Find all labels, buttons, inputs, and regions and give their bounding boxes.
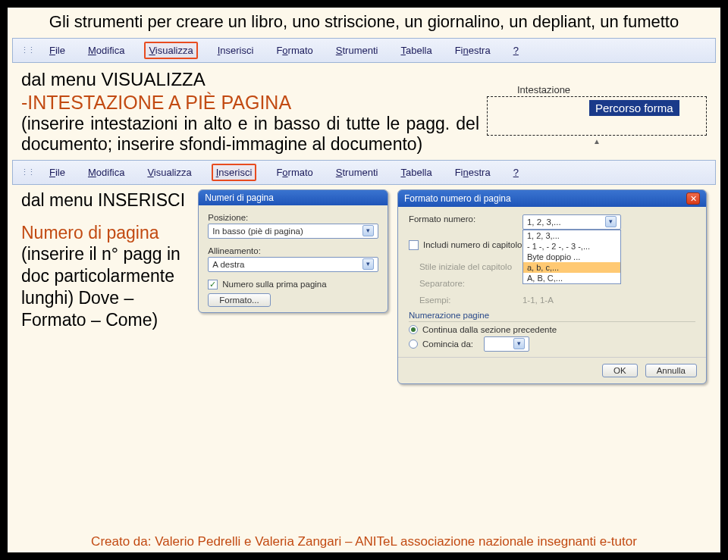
header-fragment: Intestazione Percorso forma ▲ [487,69,707,145]
dialog1-title: Numeri di pagina [205,192,274,203]
pos-combo[interactable]: In basso (piè di pagina) ▾ [208,224,378,239]
menu-finestra[interactable]: Finestra [452,165,494,180]
radio-continue[interactable]: Continua dalla sezione precedente [409,325,695,334]
list-item[interactable]: 1, 2, 3,... [523,230,620,241]
close-icon[interactable]: ✕ [686,192,700,205]
format-button[interactable]: Formato... [208,293,270,307]
footer-credit: Creato da: Valerio Pedrelli e Valeria Za… [8,534,720,549]
menu-modifica[interactable]: Modifica [85,165,127,180]
format-combo[interactable]: 1, 2, 3,... ▾ [522,214,621,230]
menu-file[interactable]: File [46,165,68,180]
pos-value: In basso (piè di pagina) [212,227,303,236]
radio-icon [409,339,418,349]
menu-help[interactable]: ? [510,43,522,58]
section-visualizza: dal menu VISUALIZZA -INTESTAZIONE A PIÈ … [8,66,720,157]
first-page-checkbox[interactable]: ✓ Numero sulla prima pagina [208,280,378,289]
ok-button[interactable]: OK [602,364,638,377]
menubar-2: ⋮⋮ File Modifica Visualizza Inserisci Fo… [12,160,716,185]
chevron-down-icon[interactable]: ▾ [362,258,374,270]
radio2-label: Comincia da: [422,339,473,349]
checkbox-icon [409,240,419,250]
caption-header: dal menu INSERISCI [21,189,189,211]
dialog-page-number-format: Formato numero di pagina ✕ Formato numer… [397,189,707,384]
pos-label: Posizione: [208,213,378,222]
align-combo[interactable]: A destra ▾ [208,257,378,272]
menu-help[interactable]: ? [510,165,522,180]
menu-tabella[interactable]: Tabella [397,43,435,58]
list-item[interactable]: Byte doppio ... [523,252,620,262]
list-item[interactable]: A, B, C,... [523,273,620,283]
grip-icon: ⋮⋮ [20,45,34,55]
menu-formato[interactable]: Formato [273,165,315,180]
include-label: Includi numero di capitolo [423,240,522,249]
header-dashed-box: Percorso forma [487,96,707,136]
caption-sub1: Numero di pagina [21,222,189,244]
list-item[interactable]: - 1 -, - 2 -, - 3 -,... [523,241,620,252]
list-item[interactable]: a, b, c,... [523,262,620,273]
header-selected-text: Percorso forma [589,100,679,116]
menu-visualizza[interactable]: Visualizza [144,165,194,180]
dialog2-titlebar[interactable]: Formato numero di pagina ✕ [398,190,706,207]
menu-strumenti[interactable]: Strumenti [333,43,381,58]
style-label: Stile iniziale del capitolo [419,262,515,271]
page-title: Gli strumenti per creare un libro, uno s… [8,8,720,35]
align-value: A destra [212,260,244,269]
examples-value: 1-1, 1-A [522,296,695,305]
menubar-1: ⋮⋮ File Modifica Visualizza Inserisci Fo… [12,38,716,63]
menu-inserisci[interactable]: Inserisci [212,164,257,181]
radio1-label: Continua dalla sezione precedente [422,325,557,334]
caption-body: (inserire intestazioni in alto e in bass… [21,114,479,155]
menu-visualizza[interactable]: Visualizza [144,42,197,59]
dialog-page-numbers: Numeri di pagina Posizione: In basso (pi… [198,189,388,313]
start-spinner: ▾ [484,336,529,352]
examples-label: Esempi: [419,296,515,305]
cancel-button[interactable]: Annulla [645,364,697,377]
menu-modifica[interactable]: Modifica [85,43,127,58]
menu-formato[interactable]: Formato [273,43,315,58]
grip-icon: ⋮⋮ [20,167,34,177]
caption-line1: dal menu VISUALIZZA [21,69,479,91]
separator-label: Separatore: [419,279,515,288]
checkbox-icon: ✓ [208,280,218,289]
menu-file[interactable]: File [46,43,68,58]
caption-sub2: (inserire il n° pagg in doc particolarme… [21,243,189,330]
section-inserisci: dal menu INSERISCI Numero di pagina (ins… [8,188,720,384]
menu-inserisci[interactable]: Inserisci [215,43,257,58]
slide: Gli strumenti per creare un libro, uno s… [6,6,722,554]
dialog1-titlebar[interactable]: Numeri di pagina [199,190,388,205]
format-listbox[interactable]: 1, 2, 3,... - 1 -, - 2 -, - 3 -,... Byte… [522,230,621,284]
format-label: Formato numero: [409,214,515,224]
chevron-down-icon[interactable]: ▾ [362,225,374,236]
menu-strumenti[interactable]: Strumenti [333,165,381,180]
menu-tabella[interactable]: Tabella [397,165,435,180]
check-label: Numero sulla prima pagina [222,280,326,289]
caret-icon: ▲ [487,137,707,145]
radio-icon [409,325,418,334]
align-label: Allineamento: [208,246,378,255]
menu-finestra[interactable]: Finestra [452,43,494,58]
format-value: 1, 2, 3,... [527,217,561,227]
radio-start-from[interactable]: Comincia da: ▾ [409,336,695,352]
header-label: Intestazione [517,84,707,95]
numbering-header: Numerazione pagine [409,311,695,320]
spinner-icon: ▾ [513,338,525,349]
dialog2-title: Formato numero di pagina [404,193,511,204]
chevron-down-icon[interactable]: ▾ [605,216,617,227]
text-inserisci: dal menu INSERISCI Numero di pagina (ins… [21,189,189,331]
text-visualizza: dal menu VISUALIZZA -INTESTAZIONE A PIÈ … [21,69,479,155]
caption-line2: -INTESTAZIONE A PIÈ PAGINA [21,91,479,114]
